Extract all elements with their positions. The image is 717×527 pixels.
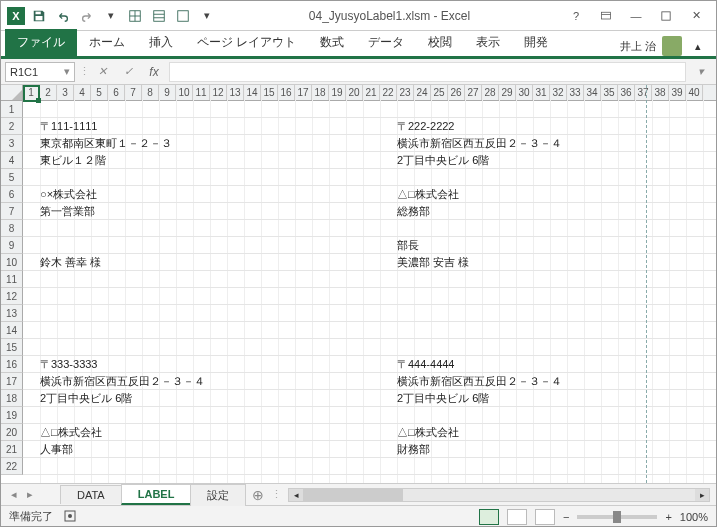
sheet-tab-label[interactable]: LABEL: [121, 484, 192, 505]
row-header[interactable]: 5: [1, 169, 23, 186]
minimize-icon[interactable]: —: [622, 4, 650, 28]
formula-input[interactable]: [169, 62, 686, 82]
qat-grid2-icon[interactable]: [149, 6, 169, 26]
row-header[interactable]: 21: [1, 441, 23, 458]
row-cells[interactable]: 東京都南区東町１－２－３横浜市新宿区西五反田２－３－４: [23, 135, 716, 152]
spreadsheet-grid[interactable]: 1234567891011121314151617181920212223242…: [1, 85, 716, 483]
row-header[interactable]: 17: [1, 373, 23, 390]
cancel-formula-icon[interactable]: ✕: [91, 62, 113, 82]
col-header[interactable]: 36: [618, 85, 635, 100]
cell-value[interactable]: △□株式会社: [40, 424, 102, 441]
cell-value[interactable]: 〒111-1111: [40, 118, 98, 135]
view-normal-icon[interactable]: [479, 509, 499, 525]
qat-more-icon[interactable]: ▾: [101, 6, 121, 26]
col-header[interactable]: 39: [669, 85, 686, 100]
redo-icon[interactable]: [77, 6, 97, 26]
col-header[interactable]: 33: [567, 85, 584, 100]
row-cells[interactable]: 東ビル１２階2丁目中央ビル 6階: [23, 152, 716, 169]
cell-value[interactable]: 財務部: [397, 441, 430, 458]
zoom-slider[interactable]: [577, 515, 657, 519]
col-header[interactable]: 38: [652, 85, 669, 100]
row-header[interactable]: 20: [1, 424, 23, 441]
expand-formula-icon[interactable]: ▾: [690, 62, 712, 82]
col-header[interactable]: 21: [363, 85, 380, 100]
col-header[interactable]: 22: [380, 85, 397, 100]
sheet-tab-data[interactable]: DATA: [60, 485, 122, 504]
row-header[interactable]: 4: [1, 152, 23, 169]
row-header[interactable]: 16: [1, 356, 23, 373]
col-header[interactable]: 32: [550, 85, 567, 100]
cell-value[interactable]: ○×株式会社: [40, 186, 97, 203]
ribbon-options-icon[interactable]: [592, 4, 620, 28]
tab-formulas[interactable]: 数式: [308, 29, 356, 56]
col-header[interactable]: 12: [210, 85, 227, 100]
col-header[interactable]: 27: [465, 85, 482, 100]
row-header[interactable]: 14: [1, 322, 23, 339]
cell-value[interactable]: 2丁目中央ビル 6階: [40, 390, 132, 407]
tab-review[interactable]: 校閲: [416, 29, 464, 56]
column-headers[interactable]: 1234567891011121314151617181920212223242…: [1, 85, 716, 101]
cell-value[interactable]: 東京都南区東町１－２－３: [40, 135, 172, 152]
avatar[interactable]: [662, 36, 682, 56]
user-name[interactable]: 井上 治: [620, 39, 656, 54]
col-header[interactable]: 10: [176, 85, 193, 100]
tab-pagelayout[interactable]: ページ レイアウト: [185, 29, 308, 56]
row-cells[interactable]: 鈴木 善幸 様美濃部 安吉 様: [23, 254, 716, 271]
add-sheet-icon[interactable]: ⊕: [246, 487, 270, 503]
cell-value[interactable]: △□株式会社: [397, 186, 459, 203]
qat-more2-icon[interactable]: ▾: [197, 6, 217, 26]
row-cells[interactable]: [23, 305, 716, 322]
qat-grid3-icon[interactable]: [173, 6, 193, 26]
row-header[interactable]: 1: [1, 101, 23, 118]
row-cells[interactable]: [23, 169, 716, 186]
col-header[interactable]: 34: [584, 85, 601, 100]
col-header[interactable]: 4: [74, 85, 91, 100]
col-header[interactable]: 15: [261, 85, 278, 100]
select-all-corner[interactable]: [1, 85, 23, 100]
row-cells[interactable]: 〒111-1111〒222-2222: [23, 118, 716, 135]
row-cells[interactable]: 第一営業部総務部: [23, 203, 716, 220]
row-header[interactable]: 12: [1, 288, 23, 305]
cell-value[interactable]: 横浜市新宿区西五反田２－３－４: [397, 135, 562, 152]
cell-value[interactable]: 横浜市新宿区西五反田２－３－４: [40, 373, 205, 390]
col-header[interactable]: 31: [533, 85, 550, 100]
scroll-left-icon[interactable]: ◂: [289, 489, 303, 501]
cell-value[interactable]: △□株式会社: [397, 424, 459, 441]
undo-icon[interactable]: [53, 6, 73, 26]
sheet-nav[interactable]: ◂▸: [1, 488, 61, 501]
col-header[interactable]: 24: [414, 85, 431, 100]
cell-value[interactable]: 部長: [397, 237, 419, 254]
cell-value[interactable]: 横浜市新宿区西五反田２－３－４: [397, 373, 562, 390]
row-header[interactable]: 9: [1, 237, 23, 254]
row-cells[interactable]: [23, 288, 716, 305]
col-header[interactable]: 19: [329, 85, 346, 100]
col-header[interactable]: 28: [482, 85, 499, 100]
save-icon[interactable]: [29, 6, 49, 26]
row-cells[interactable]: ○×株式会社△□株式会社: [23, 186, 716, 203]
col-header[interactable]: 6: [108, 85, 125, 100]
row-cells[interactable]: [23, 407, 716, 424]
maximize-icon[interactable]: [652, 4, 680, 28]
zoom-in-icon[interactable]: +: [665, 511, 671, 523]
col-header[interactable]: 20: [346, 85, 363, 100]
col-header[interactable]: 11: [193, 85, 210, 100]
row-cells[interactable]: 2丁目中央ビル 6階2丁目中央ビル 6階: [23, 390, 716, 407]
row-cells[interactable]: [23, 220, 716, 237]
fx-icon[interactable]: fx: [143, 62, 165, 82]
row-header[interactable]: 18: [1, 390, 23, 407]
cell-value[interactable]: 東ビル１２階: [40, 152, 106, 169]
col-header[interactable]: 13: [227, 85, 244, 100]
close-icon[interactable]: ✕: [682, 4, 710, 28]
view-pagebreak-icon[interactable]: [535, 509, 555, 525]
col-header[interactable]: 37: [635, 85, 652, 100]
col-header[interactable]: 5: [91, 85, 108, 100]
macro-record-icon[interactable]: [63, 509, 77, 525]
row-header[interactable]: 15: [1, 339, 23, 356]
row-cells[interactable]: 部長: [23, 237, 716, 254]
col-header[interactable]: 18: [312, 85, 329, 100]
col-header[interactable]: 17: [295, 85, 312, 100]
tab-file[interactable]: ファイル: [5, 29, 77, 56]
scroll-right-icon[interactable]: ▸: [695, 489, 709, 501]
col-header[interactable]: 7: [125, 85, 142, 100]
cell-value[interactable]: 〒222-2222: [397, 118, 455, 135]
